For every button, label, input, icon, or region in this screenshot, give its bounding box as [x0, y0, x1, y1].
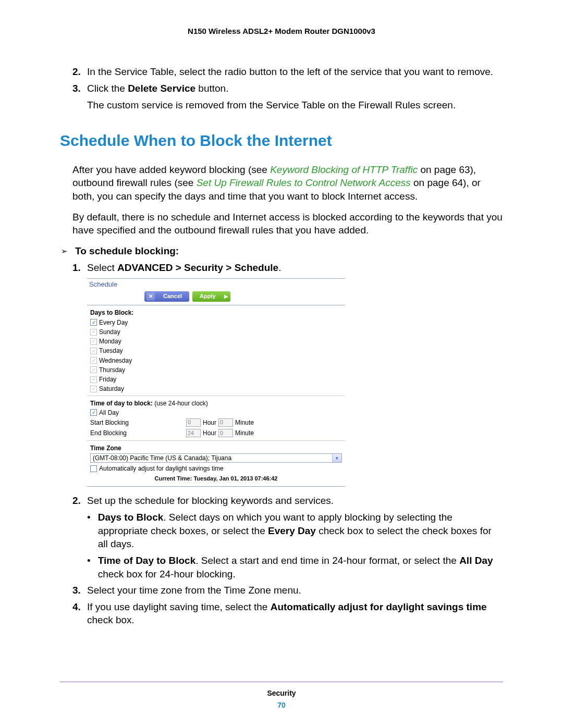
end-hour-input[interactable]: 24	[186, 429, 201, 437]
bullet-icon: •	[87, 554, 91, 581]
bold-text: Days to Block	[98, 512, 164, 523]
checkbox-thursday[interactable]: ✓Thursday	[90, 365, 342, 375]
step-number: 3.	[72, 584, 87, 597]
text: Select	[87, 262, 117, 273]
checkbox-auto-dst[interactable]: ✓Automatically adjust for daylight savin…	[90, 464, 342, 473]
step-text: Click the Delete Service button. The cus…	[87, 82, 503, 112]
schedule-screenshot: Schedule ✕ Cancel Apply ▶ Days to Block:…	[87, 278, 345, 487]
step-number: 3.	[72, 82, 87, 112]
proc-step-4: 4. If you use daylight saving time, sele…	[72, 600, 503, 627]
proc-step-2: 2. Set up the schedule for blocking keyw…	[72, 494, 503, 508]
checkbox-sunday[interactable]: ✓Sunday	[90, 327, 342, 337]
bold-text: Every Day	[268, 525, 316, 536]
bullet-body: Time of Day to Block. Select a start and…	[98, 554, 503, 581]
checkbox-icon: ✓	[90, 348, 97, 354]
start-blocking-row: Start Blocking 0 Hour 0 Minute	[90, 417, 342, 428]
arrow-right-icon: ▶	[224, 293, 228, 300]
end-minute-input[interactable]: 0	[218, 429, 233, 437]
section-heading: Schedule When to Block the Internet	[60, 130, 503, 152]
start-hour-input[interactable]: 0	[186, 418, 201, 427]
bold-text: Time of Day to Block	[98, 555, 196, 566]
intro-paragraph-1: After you have added keyword blocking (s…	[60, 163, 503, 203]
step-number: 4.	[72, 600, 87, 627]
text: check box for 24-hour blocking.	[98, 569, 236, 579]
checkbox-icon: ✓	[90, 409, 97, 416]
checkbox-label: Saturday	[99, 385, 124, 393]
intro-paragraph-2: By default, there is no schedule and Int…	[60, 211, 503, 237]
hour-label: Hour	[203, 418, 216, 427]
bold-text: All Day	[459, 555, 493, 566]
bullet-time: • Time of Day to Block. Select a start a…	[87, 554, 503, 581]
checkbox-label: Automatically adjust for daylight saving…	[99, 464, 224, 473]
text: button.	[195, 83, 228, 94]
bold-text: Automatically adjust for daylight saving…	[271, 601, 487, 612]
procedure-steps: 1. Select ADVANCED > Security > Schedule…	[60, 261, 503, 275]
label-note: (use 24-hour clock)	[153, 400, 208, 407]
checkbox-icon: ✓	[90, 366, 97, 373]
checkbox-tuesday[interactable]: ✓Tuesday	[90, 346, 342, 355]
link-keyword-blocking[interactable]: Keyword Blocking of HTTP Traffic	[270, 164, 418, 175]
checkbox-label: Friday	[99, 375, 116, 384]
procedure-steps-cont2: 3. Select your time zone from the Time Z…	[60, 584, 503, 627]
link-firewall-rules[interactable]: Set Up Firewall Rules to Control Network…	[197, 177, 411, 188]
procedure-steps-cont: 2. Set up the schedule for blocking keyw…	[60, 494, 503, 508]
doc-header: N150 Wireless ADSL2+ Modem Router DGN100…	[60, 26, 503, 36]
step-number: 2.	[72, 494, 87, 508]
checkbox-label: Every Day	[99, 318, 128, 327]
text: After you have added keyword blocking (s…	[72, 164, 270, 175]
step-text: Select ADVANCED > Security > Schedule.	[87, 261, 503, 275]
checkbox-label: Thursday	[99, 366, 125, 374]
intro-step-3: 3. Click the Delete Service button. The …	[72, 82, 503, 112]
step-number: 1.	[72, 261, 87, 275]
step-text: Set up the schedule for blocking keyword…	[87, 494, 503, 508]
checkbox-wednesday[interactable]: ✓Wednesday	[90, 356, 342, 365]
button-label: Apply	[194, 292, 221, 300]
checkbox-label: Wednesday	[99, 356, 132, 365]
footer-section: Security	[60, 688, 503, 698]
hour-label: Hour	[203, 429, 216, 437]
apply-button[interactable]: Apply ▶	[192, 291, 230, 302]
checkbox-monday[interactable]: ✓Monday	[90, 337, 342, 346]
days-to-block-section: Days to Block: ✓Every Day ✓Sunday ✓Monda…	[87, 305, 345, 397]
procedure-title: To schedule blocking:	[75, 244, 179, 258]
button-label: Cancel	[158, 292, 187, 300]
proc-step-3: 3. Select your time zone from the Time Z…	[72, 584, 503, 597]
footer-page-number: 70	[60, 700, 503, 710]
proc-step-1: 1. Select ADVANCED > Security > Schedule…	[72, 261, 503, 275]
minute-label: Minute	[235, 418, 254, 427]
time-zone-section: Time Zone (GMT-08:00) Pacific Time (US &…	[87, 441, 345, 486]
checkbox-label: All Day	[99, 409, 119, 417]
step-text: Select your time zone from the Time Zone…	[87, 584, 503, 597]
procedure-heading: ➢ To schedule blocking:	[60, 244, 503, 258]
checkbox-all-day[interactable]: ✓All Day	[90, 408, 342, 417]
time-label: Time of day to block: (use 24-hour clock…	[90, 399, 342, 408]
current-time: Current Time: Tuesday, Jan 01, 2013 07:4…	[90, 474, 342, 485]
panel-title: Schedule	[87, 279, 345, 289]
cancel-button[interactable]: ✕ Cancel	[144, 291, 189, 302]
text: . Select a start and end time in 24-hour…	[195, 555, 459, 566]
close-icon: ✕	[146, 292, 155, 301]
checkbox-label: Monday	[99, 337, 121, 346]
timezone-select[interactable]: (GMT-08:00) Pacific Time (US & Canada); …	[90, 453, 342, 463]
time-of-day-section: Time of day to block: (use 24-hour clock…	[87, 396, 345, 441]
checkbox-every-day[interactable]: ✓Every Day	[90, 318, 342, 327]
days-label: Days to Block:	[90, 309, 342, 317]
step-number: 2.	[72, 65, 87, 79]
bullet-body: Days to Block. Select days on which you …	[98, 511, 503, 551]
row-label: End Blocking	[90, 429, 184, 437]
bold-text: ADVANCED > Security > Schedule	[117, 262, 278, 273]
checkbox-icon: ✓	[90, 329, 97, 336]
intro-step-list: 2. In the Service Table, select the radi…	[60, 65, 503, 112]
checkbox-icon: ✓	[90, 386, 97, 392]
button-row: ✕ Cancel Apply ▶	[87, 289, 345, 305]
checkbox-saturday[interactable]: ✓Saturday	[90, 384, 342, 393]
row-label: Start Blocking	[90, 418, 184, 427]
tz-label: Time Zone	[90, 444, 342, 452]
start-minute-input[interactable]: 0	[218, 418, 233, 427]
checkbox-friday[interactable]: ✓Friday	[90, 375, 342, 384]
checkbox-icon: ✓	[90, 338, 97, 345]
minute-label: Minute	[235, 429, 254, 437]
bold-text: Delete Service	[128, 83, 195, 94]
end-blocking-row: End Blocking 24 Hour 0 Minute	[90, 428, 342, 438]
text: If you use daylight saving time, select …	[87, 601, 271, 612]
